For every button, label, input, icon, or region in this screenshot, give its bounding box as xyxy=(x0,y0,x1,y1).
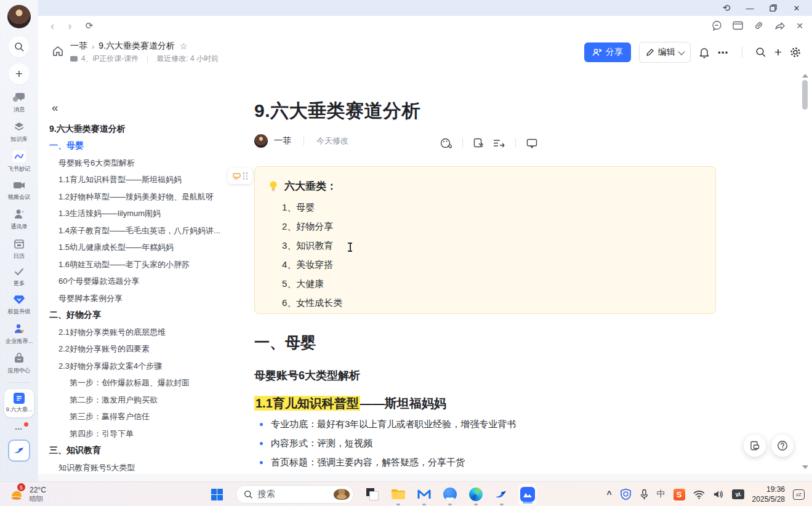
toc-item[interactable]: 1.3生活辣妈——lilymum闹妈 xyxy=(49,206,220,223)
toc-item[interactable]: 60个母婴爆款选题分享 xyxy=(49,273,220,291)
heading-1[interactable]: 一、母婴 xyxy=(254,332,316,353)
toc-item[interactable]: 第二步：激发用户购买欲 xyxy=(49,392,220,409)
theme-palette-button[interactable] xyxy=(440,138,452,148)
refresh-button[interactable]: ⟳ xyxy=(86,21,94,30)
bullet-item[interactable]: 首页标题：强调主要内容，解答疑惑，分享干货 xyxy=(254,453,717,472)
toc-item[interactable]: 1.5幼儿健康成长型——年糕妈妈 xyxy=(49,239,220,257)
otter-image[interactable] xyxy=(334,489,350,500)
feishu-app-button[interactable] xyxy=(8,440,30,462)
user-avatar[interactable] xyxy=(7,5,31,28)
sidebar-item-more[interactable]: 更多 xyxy=(0,267,38,287)
history-button[interactable]: ⟲ xyxy=(715,0,738,16)
sidebar-doc-shortcut-active[interactable]: 9.六大垂... xyxy=(4,389,34,417)
forward-button[interactable]: › xyxy=(68,20,71,31)
toc-item[interactable]: 第一步：创作爆款标题、爆款封面 xyxy=(49,375,220,392)
callout-list-item[interactable]: 6、女性成长类 xyxy=(268,294,702,313)
toc-item[interactable]: 2.2好物分享账号的四要素 xyxy=(49,341,220,358)
sidebar-item-messages[interactable]: 消息 xyxy=(0,91,38,114)
edit-mode-button[interactable]: 编辑 xyxy=(639,42,691,63)
doc-title[interactable]: 9.六大垂类赛道分析 xyxy=(254,98,420,124)
sidebar-item-upgrade[interactable]: 权益升级 xyxy=(0,294,38,316)
bullet-item[interactable]: 内容形式：评测，短视频 xyxy=(254,434,717,453)
minimize-button[interactable]: — xyxy=(738,0,762,16)
toc-item[interactable]: 母婴脚本案例分享 xyxy=(49,290,220,307)
callout-list-item[interactable]: 4、美妆穿搭 xyxy=(268,255,702,275)
folder-name[interactable]: 4、iP正价课-课件 xyxy=(81,54,139,64)
comment-button[interactable] xyxy=(526,139,537,148)
microphone-tray-button[interactable] xyxy=(640,489,649,500)
toc-item[interactable]: 二、好物分享 xyxy=(49,307,220,324)
sidebar-search-button[interactable] xyxy=(9,36,30,57)
home-button[interactable] xyxy=(52,45,64,57)
quark-browser-button[interactable] xyxy=(441,482,459,506)
sidebar-item-calendar[interactable]: 日历 xyxy=(0,238,38,260)
toc-item[interactable]: 1.6萌娃互动型——老丁头家的小胖苏 xyxy=(49,256,220,273)
list-arrow-button[interactable] xyxy=(493,139,505,148)
heading-2[interactable]: 母婴账号6大类型解析 xyxy=(254,368,360,383)
sidebar-add-button[interactable]: + xyxy=(9,63,30,84)
catalog-toggle-button[interactable] xyxy=(744,435,766,457)
author-avatar[interactable] xyxy=(254,134,268,148)
vertical-scrollbar[interactable] xyxy=(802,71,809,472)
doc-link-button[interactable] xyxy=(473,138,484,148)
toc-item[interactable]: 1.2好物种草型——辣妈美美好物、是航航呀 xyxy=(49,188,220,206)
toc-item[interactable]: 9.六大垂类赛道分析 xyxy=(49,121,220,138)
gpu-tray-button[interactable] xyxy=(732,489,744,499)
toc-item[interactable]: 母婴账号6大类型解析 xyxy=(49,155,220,172)
bullet-item[interactable]: 专业功底：最好有3年以上育儿或者职业经验，增强专业背书 xyxy=(254,415,717,434)
callout-list-item[interactable]: 3、知识教育 xyxy=(268,236,702,255)
breadcrumb-current[interactable]: 9.六大垂类赛道分析 xyxy=(98,41,175,52)
weather-widget[interactable]: 5 22°C 晴朗 xyxy=(9,486,46,504)
scroll-up-arrow[interactable] xyxy=(802,74,808,78)
mail-app-button[interactable] xyxy=(415,482,433,506)
star-favorite-button[interactable]: ☆ xyxy=(180,41,188,51)
more-options-button[interactable]: ⋯ xyxy=(718,46,729,59)
close-tab-button[interactable]: ✕ xyxy=(796,21,803,31)
scrollbar-thumb[interactable] xyxy=(802,80,808,110)
toc-item[interactable]: 1.4亲子教育型——毛毛虫英语，八斤妈妈讲... xyxy=(49,222,220,239)
close-window-button[interactable]: ✕ xyxy=(785,0,808,16)
help-button[interactable] xyxy=(771,435,794,457)
start-button[interactable] xyxy=(208,482,227,506)
heading-3[interactable]: 1.1育儿知识科普型——斯坦福妈妈 xyxy=(254,395,446,412)
doc-search-button[interactable] xyxy=(755,47,766,58)
feishu-taskbar-button[interactable] xyxy=(492,482,511,506)
toc-item[interactable]: 2.1好物分享类账号的底层思维 xyxy=(49,324,220,341)
edge-browser-button[interactable] xyxy=(467,482,485,506)
share-button[interactable]: 分享 xyxy=(584,42,631,62)
scroll-down-arrow[interactable] xyxy=(802,465,808,469)
sidebar-item-video-meeting[interactable]: 视频会议 xyxy=(0,180,38,201)
toc-collapse-button[interactable]: « xyxy=(52,101,58,114)
ime-indicator[interactable]: 中 xyxy=(657,489,665,500)
block-hover-controls[interactable] xyxy=(228,168,252,184)
settings-button[interactable] xyxy=(790,47,801,58)
create-new-button[interactable]: + xyxy=(774,45,782,60)
breadcrumb-parent[interactable]: 一菲 xyxy=(70,41,87,52)
callout-list-item[interactable]: 5、大健康 xyxy=(268,275,702,294)
sogou-input-button[interactable]: S xyxy=(673,489,685,500)
sidebar-item-enterprise[interactable]: 企业推荐... xyxy=(0,323,38,345)
volume-tray-button[interactable] xyxy=(713,489,724,499)
toc-item[interactable]: 2.3好物分享爆款文案4个步骤 xyxy=(49,358,220,375)
share-arrow-button[interactable] xyxy=(774,21,786,30)
comment-bubble-button[interactable] xyxy=(712,20,722,31)
taskbar-clock[interactable]: 19:36 2025/5/28 xyxy=(752,484,785,504)
callout-list-item[interactable]: 2、好物分享 xyxy=(268,217,702,236)
panel-button[interactable] xyxy=(733,21,743,30)
focus-assist-button[interactable]: zZ xyxy=(793,489,805,500)
security-shield-button[interactable] xyxy=(620,488,632,500)
back-button[interactable]: ‹ xyxy=(50,20,54,31)
link-button[interactable] xyxy=(754,20,764,31)
taskbar-search[interactable]: 搜索 xyxy=(236,485,354,504)
tray-expand-button[interactable]: ^ xyxy=(606,489,611,499)
wifi-tray-button[interactable] xyxy=(693,490,705,499)
sidebar-more-apps-button[interactable]: ⋯ xyxy=(0,425,38,433)
toc-item[interactable]: 第三步：赢得客户信任 xyxy=(49,409,220,426)
callout-list-item[interactable]: 1、母婴 xyxy=(268,198,702,217)
task-view-button[interactable] xyxy=(363,482,382,506)
sidebar-item-contacts[interactable]: 通讯录 xyxy=(0,208,38,231)
toc-item[interactable]: 第四步：引导下单 xyxy=(49,425,220,443)
toc-item[interactable]: 1.1育儿知识科普型——斯坦福妈妈 xyxy=(49,172,220,189)
notifications-button[interactable] xyxy=(699,47,710,58)
author-name[interactable]: 一菲 xyxy=(274,135,291,147)
